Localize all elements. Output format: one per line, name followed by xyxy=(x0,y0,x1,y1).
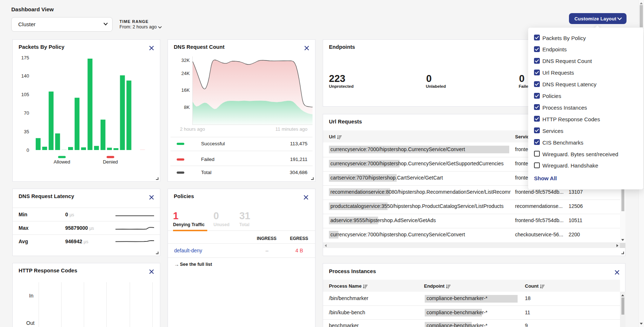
svg-text:35: 35 xyxy=(24,129,29,134)
svg-text:8K: 8K xyxy=(184,105,190,110)
svg-text:24K: 24K xyxy=(181,71,190,76)
svg-text:70: 70 xyxy=(24,110,29,116)
svg-text:140: 140 xyxy=(21,73,29,79)
svg-text:16K: 16K xyxy=(181,87,190,93)
svg-text:Allowed: Allowed xyxy=(54,159,70,165)
svg-text:0: 0 xyxy=(27,147,29,153)
svg-text:32K: 32K xyxy=(181,58,190,63)
svg-text:175: 175 xyxy=(21,55,29,60)
svg-text:Denied: Denied xyxy=(103,159,118,165)
svg-text:105: 105 xyxy=(21,92,29,97)
